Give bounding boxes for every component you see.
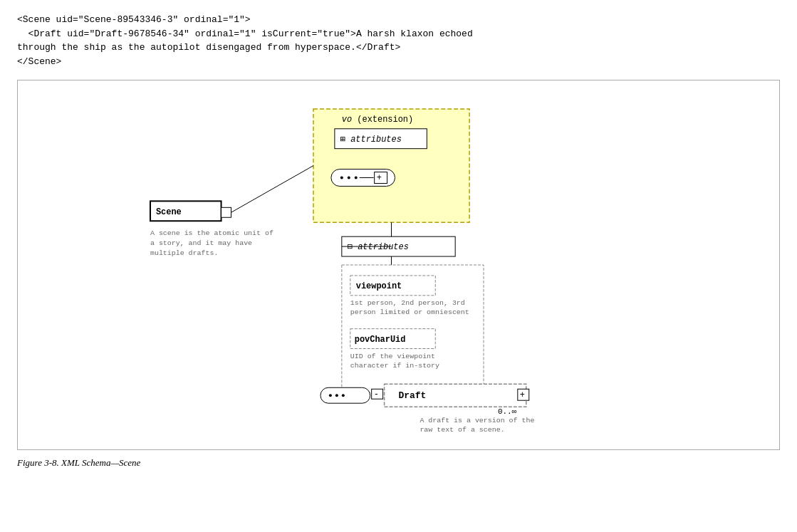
svg-point-23 [342, 394, 345, 397]
svg-text:⊟ attributes: ⊟ attributes [348, 242, 409, 252]
draft-desc-text: A draft is a version of the raw text of … [420, 417, 538, 434]
scene-label-text: Scene [156, 207, 182, 217]
vo-label: vo (extension) [342, 115, 413, 125]
scene-desc-text: A scene is the atomic unit of a story, a… [150, 229, 278, 257]
draft-multiplicity-text: 0..∞ [498, 407, 517, 416]
svg-point-5 [348, 177, 350, 179]
draft-label-text: Draft [399, 390, 427, 401]
svg-rect-11 [222, 207, 231, 217]
viewpoint-desc-text: 1st person, 2nd person, 3rd person limit… [350, 299, 469, 316]
svg-line-12 [231, 166, 313, 213]
povcharuid-desc-text: UID of the viewpoint character if in-sto… [350, 353, 439, 370]
svg-point-6 [355, 177, 358, 179]
viewpoint-label-text: viewpoint [356, 281, 402, 291]
svg-point-4 [340, 177, 343, 179]
svg-rect-0 [313, 109, 469, 222]
vo-attributes-label: attributes [350, 135, 402, 145]
attributes-section-label: attributes [358, 242, 409, 252]
svg-point-22 [335, 394, 338, 397]
svg-point-21 [329, 394, 332, 397]
svg-rect-20 [321, 387, 370, 403]
svg-text:⊞ attributes: ⊞ attributes [340, 135, 402, 145]
figure-caption: Figure 3-8. XML Schema—Scene [17, 457, 780, 469]
diagram-svg: vo (extension) ⊞ attributes + Scene A sc… [32, 95, 765, 435]
code-block: <Scene uid="Scene-89543346-3" ordinal="1… [17, 13, 780, 68]
povcharuid-label-text: povCharUid [355, 335, 406, 345]
svg-text:+: + [377, 173, 382, 183]
svg-text:+: + [520, 390, 525, 400]
svg-text:-: - [374, 390, 379, 400]
diagram-container: vo (extension) ⊞ attributes + Scene A sc… [17, 80, 780, 450]
